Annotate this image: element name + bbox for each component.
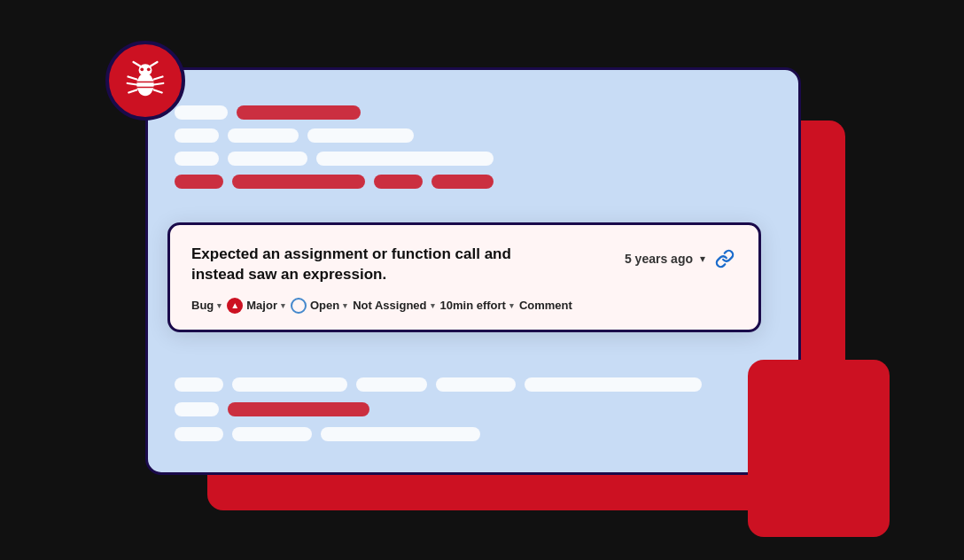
- sk-bar-red: [228, 402, 369, 416]
- tag-bug[interactable]: Bug ▾: [191, 299, 222, 312]
- tag-bug-label: Bug: [191, 299, 214, 312]
- tag-open-label: Open: [310, 299, 339, 312]
- sk-bar: [356, 377, 427, 392]
- sk-bar-red: [232, 175, 365, 189]
- skeleton-top: [175, 97, 772, 189]
- skeleton-bottom: [175, 377, 777, 441]
- svg-point-12: [140, 67, 144, 71]
- sk-row: [175, 402, 777, 416]
- sk-bar-red: [374, 175, 423, 189]
- tag-open[interactable]: Open ▾: [291, 298, 347, 314]
- chevron-down-icon: ▾: [509, 301, 514, 310]
- sk-row: [175, 152, 772, 166]
- sk-bar: [307, 128, 414, 143]
- sk-bar: [228, 128, 299, 143]
- sk-bar: [175, 105, 228, 120]
- bug-svg: [124, 59, 167, 102]
- issue-card-top: Expected an assignment or function call …: [191, 245, 737, 285]
- tags-row: Bug ▾ ▲ Major ▾ Open ▾ Not Assigned ▾: [191, 298, 737, 314]
- issue-title: Expected an assignment or function call …: [191, 245, 564, 285]
- tag-assignee-label: Not Assigned: [353, 299, 426, 312]
- sk-bar: [321, 427, 480, 441]
- chevron-down-icon: ▾: [343, 301, 347, 310]
- svg-line-6: [128, 77, 137, 80]
- svg-line-7: [128, 83, 137, 85]
- sk-bar: [232, 427, 312, 441]
- svg-point-13: [147, 67, 151, 71]
- sk-row: [175, 128, 772, 143]
- chevron-down-icon[interactable]: ▾: [700, 253, 705, 265]
- tag-major-label: Major: [246, 299, 277, 312]
- tag-assignee[interactable]: Not Assigned ▾: [353, 299, 434, 312]
- sk-bar: [175, 128, 219, 143]
- sk-bar: [175, 427, 223, 441]
- issue-card: Expected an assignment or function call …: [167, 222, 761, 332]
- sk-row: [175, 377, 777, 392]
- svg-line-2: [151, 62, 158, 66]
- red-corner-accent: [748, 360, 890, 537]
- sk-bar: [228, 152, 307, 166]
- tag-comment-label: Comment: [519, 299, 572, 312]
- chevron-down-icon: ▾: [431, 301, 435, 310]
- svg-line-8: [128, 90, 136, 93]
- sk-bar: [525, 377, 702, 392]
- status-icon: [291, 298, 307, 314]
- main-scene: Expected an assignment or function call …: [119, 50, 845, 510]
- tag-effort[interactable]: 10min effort ▾: [440, 299, 514, 312]
- sk-bar: [316, 152, 494, 166]
- sk-row: [175, 427, 777, 441]
- sk-bar: [175, 377, 223, 392]
- tag-effort-label: 10min effort: [440, 299, 506, 312]
- chevron-down-icon: ▾: [217, 301, 222, 310]
- sk-bar: [436, 377, 516, 392]
- link-icon[interactable]: [712, 246, 737, 271]
- issue-meta: 5 years ago ▾: [625, 246, 737, 271]
- severity-icon: ▲: [227, 298, 243, 314]
- sk-bar-red: [431, 175, 494, 189]
- tag-comment[interactable]: Comment: [519, 299, 572, 312]
- svg-point-3: [136, 74, 154, 97]
- sk-bar: [175, 152, 219, 166]
- bug-icon-circle: [105, 41, 185, 121]
- sk-bar: [232, 377, 347, 392]
- sk-bar-red: [175, 175, 223, 189]
- svg-line-10: [154, 83, 164, 85]
- svg-line-11: [154, 90, 162, 93]
- time-ago: 5 years ago: [625, 252, 693, 266]
- svg-line-9: [154, 77, 163, 80]
- sk-row: [175, 105, 772, 120]
- chevron-down-icon: ▾: [281, 301, 285, 310]
- sk-row: [175, 175, 772, 189]
- sk-bar: [175, 402, 219, 416]
- tag-major[interactable]: ▲ Major ▾: [227, 298, 285, 314]
- svg-line-1: [134, 62, 141, 66]
- sk-bar-red: [237, 105, 361, 120]
